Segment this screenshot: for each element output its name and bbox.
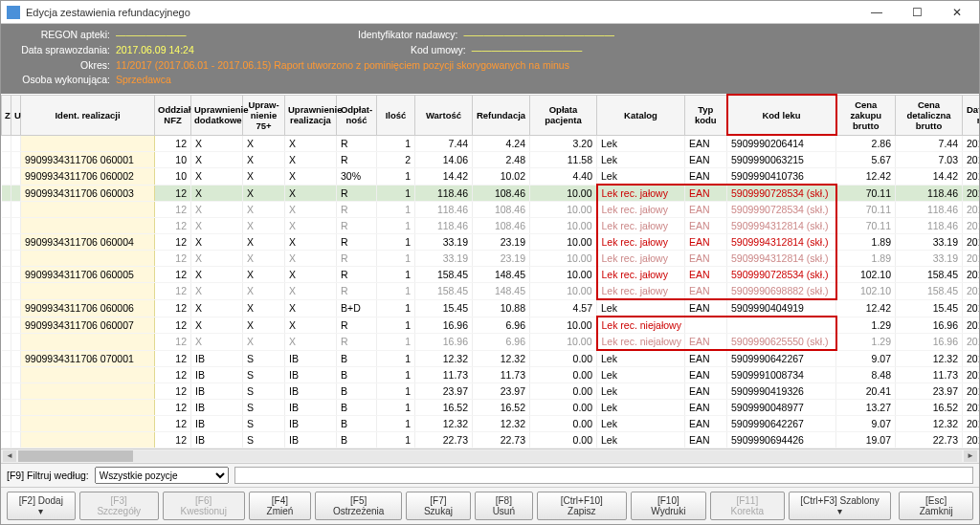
- filter-bar: [F9] Filtruj według: Wszystkie pozycje: [1, 463, 979, 487]
- table-row[interactable]: 12 X X X R 1 118.46 108.46 10.00 Lek rec…: [2, 202, 980, 218]
- filter-input[interactable]: [234, 467, 973, 484]
- btn-korekta: [F11] Korekta: [710, 492, 785, 520]
- maximize-button[interactable]: ☐: [901, 3, 933, 22]
- col-upraw-dod[interactable]: Uprawnienie dodatkowe: [191, 95, 243, 135]
- button-bar: [F2] Dodaj ▾ [F3] Szczegóły [F6] Kwestio…: [1, 487, 979, 524]
- scroll-left-icon[interactable]: ◄: [3, 450, 16, 462]
- col-katalog[interactable]: Katalog: [597, 95, 685, 135]
- col-upraw-real[interactable]: Uprawnienie realizacja: [285, 95, 337, 135]
- col-wartosc[interactable]: Wartość: [415, 95, 473, 135]
- filter-label: [F9] Filtruj według:: [7, 470, 89, 481]
- btn-szablony[interactable]: [Ctrl+F3] Szablony ▾: [789, 492, 892, 520]
- okres-label: Okres:: [9, 58, 116, 74]
- table-row[interactable]: 9909934311706 060005 12 X X X R 1 158.45…: [2, 267, 980, 283]
- scroll-thumb[interactable]: [18, 450, 133, 462]
- col-refund[interactable]: Refundacja: [473, 95, 530, 135]
- table-row[interactable]: 12 X X X R 1 33.19 23.19 10.00 Lek rec. …: [2, 251, 980, 267]
- col-kodleku[interactable]: Kod leku: [727, 95, 836, 135]
- col-typkodu[interactable]: Typ kodu: [685, 95, 727, 135]
- btn-szczegoly: [F3] Szczegóły: [79, 492, 159, 520]
- table-row[interactable]: 9909934311706 060002 10 X X X 30% 1 14.4…: [2, 168, 980, 186]
- scroll-right-icon[interactable]: ►: [964, 450, 977, 462]
- col-cenadet[interactable]: Cena detaliczna brutto: [896, 95, 963, 135]
- table-row[interactable]: 12 X X X R 1 158.45 148.45 10.00 Lek rec…: [2, 283, 980, 300]
- regon-label: REGON apteki:: [9, 28, 116, 43]
- col-z[interactable]: Z: [2, 95, 11, 135]
- table-row[interactable]: 9909934311706 060006 12 X X X B+D 1 15.4…: [2, 299, 980, 317]
- table-row[interactable]: 9909934311706 060004 12 X X X R 1 33.19 …: [2, 234, 980, 251]
- col-ilosc[interactable]: Ilość: [377, 95, 415, 135]
- table-row[interactable]: 9909934311706 060007 12 X X X R 1 16.96 …: [2, 317, 980, 334]
- btn-dodaj[interactable]: [F2] Dodaj ▾: [7, 492, 76, 520]
- col-oplata[interactable]: Opłata pacjenta: [530, 95, 597, 135]
- app-icon: [7, 6, 20, 19]
- col-cenazak[interactable]: Cena zakupu brutto: [836, 95, 896, 135]
- kod-label: Kod umowy:: [357, 43, 472, 58]
- minimize-button[interactable]: —: [860, 3, 893, 22]
- table-row[interactable]: 12 IB S IB B 1 12.32 12.32 0.00 Lek EAN …: [2, 416, 980, 432]
- horizontal-scrollbar[interactable]: ◄ ►: [1, 448, 979, 463]
- btn-szukaj[interactable]: [F7] Szukaj: [406, 492, 471, 520]
- col-upraw75[interactable]: Upraw-nienie 75+: [243, 95, 285, 135]
- regon-value: ———————: [116, 28, 187, 43]
- col-ident[interactable]: Ident. realizacji: [21, 95, 155, 135]
- osoba-label: Osoba wykonująca:: [9, 73, 116, 88]
- btn-kwestionuj: [F6] Kwestionuj: [163, 492, 245, 520]
- col-u[interactable]: U: [11, 95, 21, 135]
- table-row[interactable]: 12 IB S IB B 1 22.73 22.73 0.00 Lek EAN …: [2, 432, 980, 448]
- ident-value: ———————————————: [464, 28, 615, 43]
- col-datawyst[interactable]: Data wyst. recep: [963, 95, 980, 135]
- table-row[interactable]: 9909934311706 070001 12 IB S IB B 1 12.3…: [2, 350, 980, 367]
- table-row[interactable]: 12 X X X R 1 7.44 4.24 3.20 Lek EAN 5909…: [2, 135, 980, 152]
- table-row[interactable]: 12 X X X R 1 16.96 6.96 10.00 Lek rec. n…: [2, 334, 980, 351]
- btn-ostrzezenia[interactable]: [F5] Ostrzeżenia: [315, 492, 402, 520]
- window-titlebar: Edycja zestawienia refundacyjnego — ☐ ✕: [1, 1, 979, 24]
- table-row[interactable]: 9909934311706 060003 12 X X X R 1 118.46…: [2, 185, 980, 202]
- btn-wydruki[interactable]: [F10] Wydruki: [631, 492, 706, 520]
- col-odplat[interactable]: Odpłat-ność: [337, 95, 377, 135]
- scroll-track[interactable]: [18, 450, 962, 462]
- close-button[interactable]: ✕: [941, 3, 973, 22]
- table-row[interactable]: 12 IB S IB B 1 16.52 16.52 0.00 Lek EAN …: [2, 400, 980, 416]
- osoba-value: Sprzedawca: [116, 73, 171, 88]
- btn-zmien[interactable]: [F4] Zmień: [249, 492, 311, 520]
- btn-zapisz[interactable]: [Ctrl+F10] Zapisz: [537, 492, 627, 520]
- data-grid[interactable]: Z U Ident. realizacji Oddział NFZ Uprawn…: [1, 94, 979, 448]
- table-row[interactable]: 12 IB S IB B 1 23.97 23.97 0.00 Lek EAN …: [2, 383, 980, 400]
- btn-zamknij[interactable]: [Esc] Zamknij: [899, 492, 973, 520]
- col-oddzial[interactable]: Oddział NFZ: [155, 95, 191, 135]
- date-value: 2017.06.09 14:24: [116, 43, 194, 58]
- table-row[interactable]: 9909934311706 060001 10 X X X R 2 14.06 …: [2, 152, 980, 168]
- filter-select[interactable]: Wszystkie pozycje: [95, 467, 229, 484]
- btn-usun[interactable]: [F8] Usuń: [475, 492, 533, 520]
- kod-value: ———————————: [472, 43, 583, 58]
- summary-header: REGON apteki: ——————— Identyfikator nada…: [1, 24, 979, 94]
- table-row[interactable]: 12 IB S IB B 1 11.73 11.73 0.00 Lek EAN …: [2, 367, 980, 383]
- column-headers[interactable]: Z U Ident. realizacji Oddział NFZ Uprawn…: [2, 95, 980, 135]
- window-title: Edycja zestawienia refundacyjnego: [26, 7, 860, 18]
- table-row[interactable]: 12 X X X R 1 118.46 108.46 10.00 Lek rec…: [2, 218, 980, 234]
- ident-label: Identyfikator nadawcy:: [349, 28, 464, 43]
- date-label: Data sprawozdania:: [9, 43, 116, 58]
- okres-value: 11/2017 (2017.06.01 - 2017.06.15) Raport…: [116, 58, 569, 74]
